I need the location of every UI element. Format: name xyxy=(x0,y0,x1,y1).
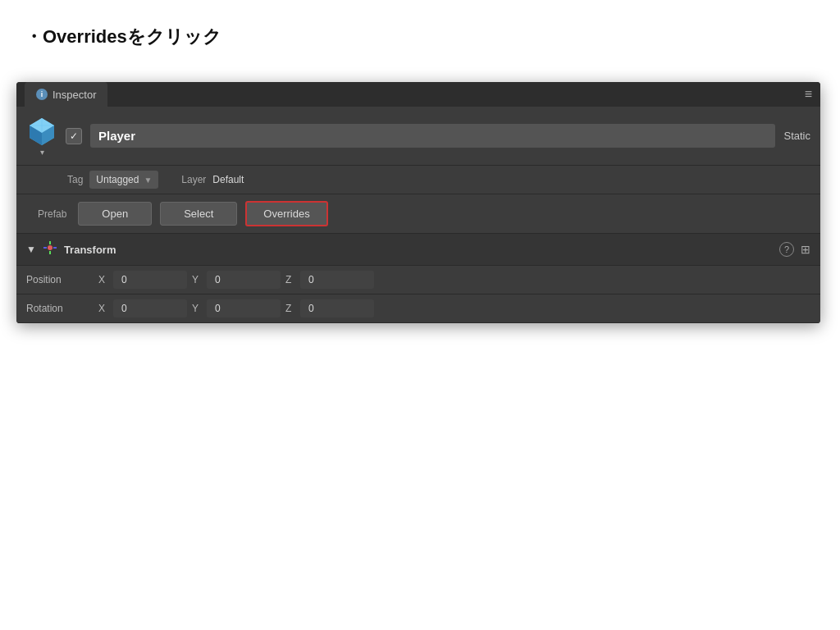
rx-axis-label: X xyxy=(98,303,108,314)
settings-icon[interactable]: ⊞ xyxy=(801,243,810,256)
active-checkbox[interactable]: ✓ xyxy=(66,128,82,144)
cube-icon xyxy=(26,115,57,146)
gameobject-row: ▾ ✓ Static xyxy=(16,107,820,166)
overrides-button[interactable]: Overrides xyxy=(245,201,327,226)
position-row: Position X Y Z xyxy=(16,266,820,294)
inspector-tab[interactable]: i Inspector xyxy=(25,82,107,107)
prefab-label: Prefab xyxy=(38,208,66,220)
transform-label: Transform xyxy=(64,244,773,256)
position-x-field[interactable] xyxy=(113,271,187,289)
transform-icon xyxy=(43,240,57,258)
info-icon: i xyxy=(36,89,48,100)
layer-value: Default xyxy=(212,174,244,185)
open-button[interactable]: Open xyxy=(78,202,152,226)
tag-value: Untagged xyxy=(96,174,139,185)
gameobject-name-field[interactable] xyxy=(90,124,775,148)
instruction-text: ・Overridesをクリック xyxy=(16,25,221,49)
tab-bar: i Inspector ≡ xyxy=(16,82,820,107)
static-label: Static xyxy=(783,130,810,142)
rotation-x-field[interactable] xyxy=(113,299,187,317)
transform-header: ▼ Transform ? ⊞ xyxy=(16,234,820,266)
position-z-field[interactable] xyxy=(300,271,374,289)
help-icon[interactable]: ? xyxy=(779,242,794,257)
tab-menu-icon[interactable]: ≡ xyxy=(805,87,812,102)
rotation-y-field[interactable] xyxy=(207,299,281,317)
position-label: Position xyxy=(26,274,92,285)
tag-layer-row: Tag Untagged ▼ Layer Default xyxy=(16,166,820,194)
rotation-xyz: X Y Z xyxy=(98,299,810,317)
tag-label: Tag xyxy=(67,174,83,185)
x-axis-label: X xyxy=(98,274,108,285)
select-button[interactable]: Select xyxy=(160,202,237,226)
cube-dropdown-arrow[interactable]: ▾ xyxy=(40,148,44,157)
y-axis-label: Y xyxy=(192,274,202,285)
svg-point-6 xyxy=(48,245,52,250)
tag-dropdown[interactable]: Untagged ▼ xyxy=(89,171,158,189)
transform-collapse-arrow[interactable]: ▼ xyxy=(26,244,36,255)
rotation-label: Rotation xyxy=(26,303,92,314)
rz-axis-label: Z xyxy=(285,303,295,314)
layer-label: Layer xyxy=(181,174,206,185)
tag-dropdown-arrow: ▼ xyxy=(144,176,152,185)
inspector-panel: i Inspector ≡ ▾ ✓ Static xyxy=(16,82,820,323)
z-axis-label: Z xyxy=(285,274,295,285)
prefab-row: Prefab Open Select Overrides xyxy=(16,194,820,234)
rotation-row: Rotation X Y Z xyxy=(16,294,820,323)
ry-axis-label: Y xyxy=(192,303,202,314)
inspector-tab-label: Inspector xyxy=(52,89,96,101)
position-xyz: X Y Z xyxy=(98,271,810,289)
rotation-z-field[interactable] xyxy=(300,299,374,317)
position-y-field[interactable] xyxy=(207,271,281,289)
